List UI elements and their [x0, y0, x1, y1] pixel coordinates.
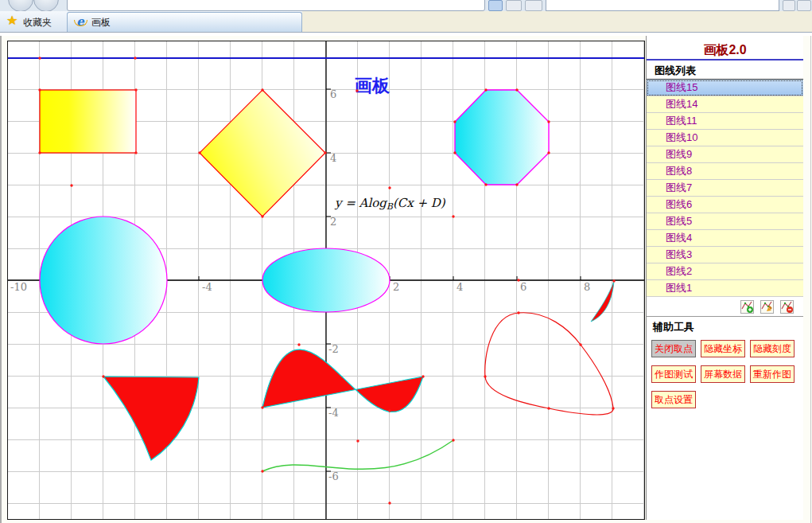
tool-buttons: 关闭取点 隐藏坐标 隐藏刻度 作图测试 屏幕数据 重新作图 取点设置 — [647, 335, 799, 408]
tool-button[interactable]: 取点设置 — [651, 391, 696, 408]
x-label: 4 — [457, 281, 463, 293]
curve-list-item-label: 图线11 — [666, 115, 697, 127]
tools-header: 辅助工具 — [647, 316, 803, 335]
tool-button-label: 取点设置 — [655, 394, 693, 405]
address-bar[interactable] — [67, 0, 485, 11]
curve-list-item-label: 图线2 — [666, 265, 692, 277]
tool-button[interactable]: 隐藏刻度 — [750, 340, 795, 357]
curve-list-item-label: 图线1 — [666, 282, 692, 294]
curve-list-item[interactable]: 图线4 — [647, 230, 803, 247]
curve-list-item[interactable]: 图线11 — [647, 113, 803, 130]
favorites-star-icon[interactable]: ★ — [6, 13, 17, 28]
tool-button-label: 关闭取点 — [655, 343, 693, 354]
formula-text[interactable]: y = AlogB(Cx + D) — [334, 196, 446, 212]
red-wave-shape[interactable] — [262, 349, 423, 412]
app-title: 画板2.0 — [647, 36, 803, 60]
red-sail-shape[interactable] — [103, 377, 199, 460]
search-options-button[interactable] — [797, 0, 811, 11]
canvas-title-text[interactable]: 画板 — [355, 76, 390, 96]
curve-list-item-label: 图线7 — [666, 181, 692, 193]
tab-bar: ★ 收藏夹 e 画板 — [0, 11, 812, 32]
curve-list: 图线15 图线14 图线11 图线10 图线9 图线8 图线7 图线6 图线5 … — [647, 80, 803, 297]
tab-title: 画板 — [91, 16, 111, 29]
compatibility-button[interactable] — [488, 0, 503, 11]
tool-button[interactable]: 关闭取点 — [651, 340, 696, 357]
x-label: 2 — [393, 281, 399, 293]
curve-list-item[interactable]: 图线8 — [647, 163, 803, 180]
curve-list-item-label: 图线8 — [666, 165, 692, 177]
x-label: 8 — [584, 281, 590, 293]
tool-button[interactable]: 作图测试 — [651, 365, 696, 383]
curve-list-item-label: 图线5 — [666, 215, 692, 227]
curve-list-item[interactable]: 图线7 — [647, 180, 803, 197]
y-label: 4 — [330, 152, 336, 164]
curve-list-item[interactable]: 图线9 — [647, 146, 803, 163]
curve-list-item[interactable]: 图线3 — [647, 247, 803, 263]
red-closed-spline-shape[interactable] — [485, 313, 613, 415]
y-label: 6 — [330, 88, 336, 100]
curve-list-actions — [647, 297, 803, 316]
curve-list-item-label: 图线9 — [666, 148, 692, 160]
curve-list-item[interactable]: 图线10 — [647, 130, 803, 146]
tool-button-label: 隐藏坐标 — [704, 343, 742, 354]
browser-tab[interactable]: e 画板 — [67, 12, 302, 32]
curve-list-item-label: 图线10 — [666, 131, 697, 143]
search-go-button[interactable] — [783, 0, 795, 11]
x-label: 6 — [520, 281, 526, 293]
gradient-ellipse-shape[interactable] — [262, 248, 390, 312]
stop-button[interactable] — [525, 0, 542, 11]
tool-button[interactable]: 隐藏坐标 — [701, 340, 745, 357]
curve-list-item-label: 图线15 — [666, 81, 697, 93]
curve-list-header: 图线列表 — [647, 60, 803, 80]
curve-list-item[interactable]: 图线5 — [647, 213, 803, 230]
browser-chrome: ★ 收藏夹 e 画板 — [0, 0, 812, 36]
curve-list-item[interactable]: 图线15 — [647, 80, 803, 96]
y-label: -4 — [328, 407, 339, 419]
back-button[interactable] — [8, 0, 33, 12]
tool-button-label: 屏幕数据 — [704, 369, 742, 380]
sidebar: 画板2.0 图线列表 图线15 图线14 图线11 图线10 图线9 图线8 图… — [646, 36, 803, 520]
gradient-octagon-shape[interactable] — [455, 90, 549, 185]
edit-curve-icon[interactable] — [760, 300, 774, 314]
curve-list-item-label: 图线4 — [666, 232, 692, 244]
search-input[interactable] — [546, 0, 779, 11]
window-right-edge — [810, 36, 811, 523]
refresh-button[interactable] — [506, 0, 522, 11]
curve-list-item[interactable]: 图线2 — [647, 263, 803, 280]
y-label: 2 — [330, 216, 336, 228]
curve-list-item[interactable]: 图线6 — [647, 197, 803, 213]
gradient-circle-shape[interactable] — [40, 217, 167, 344]
tool-button-label: 作图测试 — [655, 369, 693, 380]
gradient-rectangle-shape[interactable] — [40, 90, 136, 153]
y-label: -6 — [328, 470, 339, 482]
y-label: -2 — [328, 343, 339, 355]
curve-list-item-label: 图线3 — [666, 248, 692, 260]
ie-logo-icon: e — [74, 16, 87, 29]
red-crescent-shape[interactable] — [591, 281, 614, 322]
x-label: -4 — [202, 281, 212, 293]
green-curve-shape[interactable] — [262, 440, 453, 471]
tool-button-label: 隐藏刻度 — [753, 343, 791, 354]
add-curve-icon[interactable] — [740, 300, 754, 314]
gradient-diamond-shape[interactable] — [200, 90, 325, 217]
tool-button-label: 重新作图 — [753, 369, 791, 380]
tool-button[interactable]: 屏幕数据 — [701, 365, 745, 383]
forward-button[interactable] — [33, 0, 59, 12]
tab-strip-blank — [302, 11, 812, 32]
curve-list-item[interactable]: 图线14 — [647, 96, 803, 113]
curve-list-item-label: 图线6 — [666, 198, 692, 210]
x-label: -10 — [10, 281, 27, 293]
curve-list-item[interactable]: 图线1 — [647, 280, 803, 297]
delete-curve-icon[interactable] — [780, 300, 794, 314]
canvas-svg: -10 -4 2 4 6 8 6 4 2 -2 -4 -6 画板 y = Alo… — [8, 41, 644, 519]
tool-button[interactable]: 重新作图 — [750, 365, 795, 383]
window-left-edge — [0, 36, 2, 523]
drawing-canvas[interactable]: -10 -4 2 4 6 8 6 4 2 -2 -4 -6 画板 y = Alo… — [7, 41, 645, 520]
curve-list-item-label: 图线14 — [666, 98, 697, 110]
favorites-label[interactable]: 收藏夹 — [23, 16, 52, 29]
